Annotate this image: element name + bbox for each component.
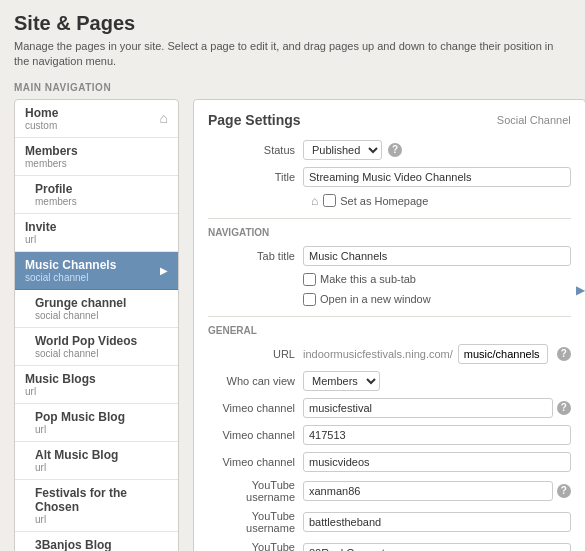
vimeo-label-2: Vimeo channel <box>208 429 303 441</box>
youtube-label-2: YouTube username <box>208 510 303 534</box>
nav-section-label: MAIN NAVIGATION <box>14 82 571 93</box>
youtube-control-2 <box>303 512 571 532</box>
tab-title-input[interactable] <box>303 246 571 266</box>
sidebar-item-members-name: Members <box>25 144 168 158</box>
sidebar-item-world-pop[interactable]: World Pop Videos social channel <box>15 328 178 366</box>
youtube-input-2[interactable] <box>303 512 571 532</box>
sidebar-item-festivals[interactable]: Festivals for the Chosen url <box>15 480 178 532</box>
title-row: Title <box>208 167 571 187</box>
status-control: Published Draft ? <box>303 140 571 160</box>
sidebar-item-home-sub: custom <box>25 120 58 131</box>
vimeo-help-icon[interactable]: ? <box>557 401 571 415</box>
subtab-label[interactable]: Make this a sub-tab <box>303 273 416 286</box>
set-homepage-checkbox[interactable] <box>323 194 336 207</box>
sidebar-item-3banjos-name: 3Banjos Blog <box>35 538 168 551</box>
vimeo-row-1: Vimeo channel ? <box>208 398 571 418</box>
sidebar-item-grunge[interactable]: Grunge channel social channel <box>15 290 178 328</box>
page-container: Site & Pages Manage the pages in your si… <box>0 0 585 551</box>
main-content: Page Settings Social Channel Status Publ… <box>179 99 585 551</box>
vimeo-input-2[interactable] <box>303 425 571 445</box>
title-control <box>303 167 571 187</box>
vimeo-label-1: Vimeo channel <box>208 402 303 414</box>
home-icon: ⌂ <box>160 110 168 126</box>
sidebar-item-music-channels[interactable]: Music Channels social channel ▶ <box>15 252 178 290</box>
youtube-control-1: ? <box>303 481 571 501</box>
status-row: Status Published Draft ? <box>208 140 571 160</box>
sidebar-item-grunge-name: Grunge channel <box>35 296 168 310</box>
panel-header: Page Settings Social Channel <box>208 112 571 128</box>
subtab-row: Make this a sub-tab <box>208 273 571 286</box>
sidebar-item-alt-music-sub: url <box>35 462 168 473</box>
who-can-view-row: Who can view Members Everyone <box>208 371 571 391</box>
vimeo-input-1[interactable] <box>303 398 553 418</box>
active-arrow-icon: ▶ <box>160 265 168 276</box>
youtube-row-2: YouTube username <box>208 510 571 534</box>
youtube-input-1[interactable] <box>303 481 553 501</box>
sidebar-item-world-pop-name: World Pop Videos <box>35 334 168 348</box>
who-can-view-select[interactable]: Members Everyone <box>303 371 380 391</box>
youtube-help-icon[interactable]: ? <box>557 484 571 498</box>
vimeo-label-3: Vimeo channel <box>208 456 303 468</box>
sidebar-item-music-channels-name: Music Channels <box>25 258 116 272</box>
url-input[interactable] <box>458 344 548 364</box>
panel-channel-type: Social Channel <box>497 114 571 126</box>
sidebar-item-home-name: Home <box>25 106 58 120</box>
sidebar-item-invite-name: Invite <box>25 220 168 234</box>
youtube-row-1: YouTube username ? <box>208 479 571 503</box>
sidebar-item-profile-name: Profile <box>35 182 168 196</box>
youtube-control-3 <box>303 543 571 551</box>
vimeo-row-2: Vimeo channel <box>208 425 571 445</box>
page-subtitle: Manage the pages in your site. Select a … <box>14 39 571 70</box>
sidebar-item-festivals-name: Festivals for the Chosen <box>35 486 168 514</box>
sidebar-item-members[interactable]: Members members <box>15 138 178 176</box>
new-window-row: Open in a new window <box>208 293 571 306</box>
url-label: URL <box>208 348 303 360</box>
set-homepage-label[interactable]: Set as Homepage <box>323 194 428 207</box>
sidebar-item-alt-music-name: Alt Music Blog <box>35 448 168 462</box>
navigation-section-label: Navigation <box>208 227 571 238</box>
tab-title-label: Tab title <box>208 250 303 262</box>
vimeo-row-3: Vimeo channel <box>208 452 571 472</box>
vimeo-control-1: ? <box>303 398 571 418</box>
status-select[interactable]: Published Draft <box>303 140 382 160</box>
settings-panel: Page Settings Social Channel Status Publ… <box>193 99 585 551</box>
new-window-label[interactable]: Open in a new window <box>303 293 431 306</box>
title-input[interactable] <box>303 167 571 187</box>
who-can-view-label: Who can view <box>208 375 303 387</box>
sidebar-item-pop-music[interactable]: Pop Music Blog url <box>15 404 178 442</box>
sidebar-item-festivals-sub: url <box>35 514 168 525</box>
sidebar-item-profile[interactable]: Profile members <box>15 176 178 214</box>
sidebar-item-profile-sub: members <box>35 196 168 207</box>
title-label: Title <box>208 171 303 183</box>
youtube-input-3[interactable] <box>303 543 571 551</box>
vimeo-control-3 <box>303 452 571 472</box>
sidebar-item-music-channels-sub: social channel <box>25 272 116 283</box>
sidebar-item-members-sub: members <box>25 158 168 169</box>
sidebar-item-music-blogs-name: Music Blogs <box>25 372 168 386</box>
url-control: indoormusicfestivals.ning.com/ ? <box>303 344 571 364</box>
url-help-icon[interactable]: ? <box>557 347 571 361</box>
sidebar-item-invite-sub: url <box>25 234 168 245</box>
url-row: URL indoormusicfestivals.ning.com/ ? <box>208 344 571 364</box>
subtab-checkbox[interactable] <box>303 273 316 286</box>
sidebar-item-invite[interactable]: Invite url <box>15 214 178 252</box>
status-help-icon[interactable]: ? <box>388 143 402 157</box>
main-layout: Home custom ⌂ Members members Profile me… <box>14 99 571 551</box>
sidebar-item-home[interactable]: Home custom ⌂ <box>15 100 178 138</box>
sidebar-item-grunge-sub: social channel <box>35 310 168 321</box>
tab-title-control <box>303 246 571 266</box>
vimeo-control-2 <box>303 425 571 445</box>
new-window-checkbox[interactable] <box>303 293 316 306</box>
vimeo-input-3[interactable] <box>303 452 571 472</box>
homepage-icon: ⌂ <box>311 194 318 208</box>
sidebar-item-alt-music[interactable]: Alt Music Blog url <box>15 442 178 480</box>
sidebar-item-music-blogs-sub: url <box>25 386 168 397</box>
sidebar: Home custom ⌂ Members members Profile me… <box>14 99 179 551</box>
tab-title-row: Tab title <box>208 246 571 266</box>
sidebar-item-3banjos[interactable]: 3Banjos Blog url <box>15 532 178 551</box>
general-section-label: General <box>208 325 571 336</box>
sidebar-item-music-blogs[interactable]: Music Blogs url <box>15 366 178 404</box>
youtube-label-1: YouTube username <box>208 479 303 503</box>
homepage-row: ⌂ Set as Homepage <box>208 194 571 208</box>
sidebar-item-world-pop-sub: social channel <box>35 348 168 359</box>
